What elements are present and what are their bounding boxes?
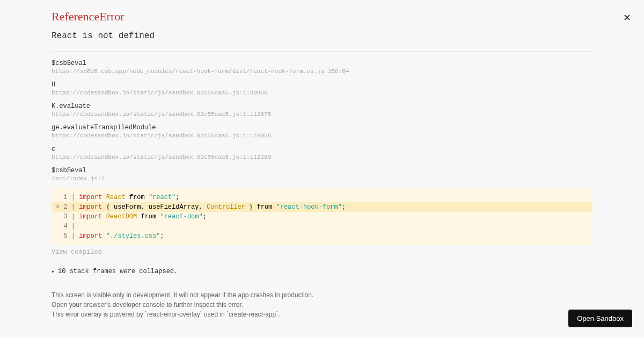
stack-frame: $csb$eval https://sd6d6.csb.app/node_mod… <box>52 60 592 75</box>
stack-frame: K.evaluate https://codesandbox.io/static… <box>52 102 592 117</box>
code-line: 4 | <box>52 222 592 231</box>
stack-frame: ge.evaluateTranspiledModule https://code… <box>52 124 592 139</box>
frame-url: https://codesandbox.io/static/js/sandbox… <box>52 90 592 96</box>
frame-url: /src/index.js:2 <box>52 175 592 182</box>
frame-name: c <box>52 145 592 153</box>
frame-name: H <box>52 81 592 89</box>
stack-frame: H https://codesandbox.io/static/js/sandb… <box>52 81 592 96</box>
footer: This screen is visible only in developme… <box>52 290 592 319</box>
error-type: ReferenceError <box>52 10 125 24</box>
frame-url: https://sd6d6.csb.app/node_modules/react… <box>52 68 592 75</box>
footer-text: This error overlay is powered by `react-… <box>52 310 592 319</box>
code-line-highlighted: > 2 | import { useForm, useFieldArray, C… <box>52 202 592 212</box>
footer-text: This screen is visible only in developme… <box>52 290 592 300</box>
frame-url: https://codesandbox.io/static/js/sandbox… <box>52 111 592 117</box>
stack-frame: c https://codesandbox.io/static/js/sandb… <box>52 145 592 160</box>
divider <box>52 52 592 52</box>
collapsed-frames-toggle[interactable]: 10 stack frames were collapsed. <box>52 268 592 275</box>
code-line: 5 | import "./styles.css"; <box>52 231 592 241</box>
code-snippet: 1 | import React from "react"; > 2 | imp… <box>52 188 592 245</box>
error-overlay: ReferenceError ✕ React is not defined $c… <box>0 0 644 330</box>
header-row: ReferenceError <box>52 10 592 24</box>
open-sandbox-button[interactable]: Open Sandbox <box>568 310 632 327</box>
close-icon[interactable]: ✕ <box>621 11 633 25</box>
frame-url: https://codesandbox.io/static/js/sandbox… <box>52 133 592 139</box>
view-compiled-link[interactable]: View compiled <box>52 248 592 256</box>
frame-name: K.evaluate <box>52 102 592 110</box>
code-line: 1 | import React from "react"; <box>52 193 592 202</box>
footer-text: Open your browser's developer console to… <box>52 300 592 310</box>
frame-url: https://codesandbox.io/static/js/sandbox… <box>52 154 592 160</box>
frame-name: ge.evaluateTranspiledModule <box>52 124 592 131</box>
error-message: React is not defined <box>52 31 592 41</box>
code-line: 3 | import ReactDOM from "react-dom"; <box>52 212 592 222</box>
frame-name: $csb$eval <box>52 60 592 67</box>
frame-name: $csb$eval <box>52 167 592 174</box>
stack-frame: $csb$eval /src/index.js:2 <box>52 167 592 182</box>
